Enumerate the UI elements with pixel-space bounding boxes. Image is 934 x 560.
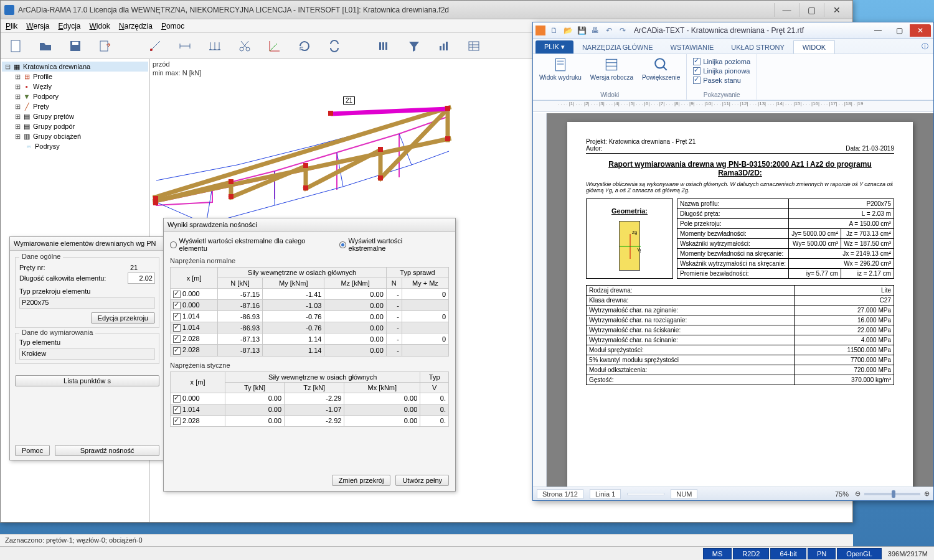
tab-layout[interactable]: UKŁAD STRONY (722, 41, 793, 54)
status-blank1 (627, 493, 664, 495)
tool-table-icon[interactable] (465, 37, 483, 55)
view-label: przód (153, 60, 170, 68)
text-editor-window[interactable]: 🗋 📂 💾 🖶 ↶ ↷ ArCADia-TEXT - Kratownica dr… (532, 22, 934, 501)
dlg1-group1-title: Dane ogólne (19, 253, 63, 260)
tool-new-icon[interactable] (7, 37, 24, 55)
menu-wersja[interactable]: Wersja (26, 22, 49, 30)
sgroup-icon: ▤ (22, 122, 31, 131)
tool-open-icon[interactable] (37, 37, 54, 55)
create-full-button[interactable]: Utwórz pełny (395, 475, 449, 486)
table-row[interactable]: 2.028-87.131.140.00-0 (171, 334, 449, 345)
menu-pomoc[interactable]: Pomoc (161, 22, 184, 30)
check-capacity-button[interactable]: Sprawdź nośność (55, 445, 159, 456)
tool-save-icon[interactable] (67, 37, 84, 55)
dlg2-title[interactable]: Wyniki sprawdzenia nośności (164, 218, 455, 232)
qat-undo-icon[interactable]: ↶ (604, 26, 614, 35)
table-row[interactable]: 1.0140.00-1.070.000. (171, 404, 449, 415)
results-dialog[interactable]: Wyniki sprawdzenia nośności Wyświetl war… (163, 218, 456, 492)
text-maximize-button[interactable]: ▢ (889, 24, 910, 37)
tree-grupy-podpor[interactable]: ⊞▤Grupy podpór (2, 121, 148, 131)
qat-save-icon[interactable]: 💾 (577, 26, 587, 35)
menu-edycja[interactable]: Edycja (58, 22, 80, 30)
input-dlugosc[interactable] (128, 273, 155, 284)
table-row[interactable]: 2.0280.00-2.920.000. (171, 415, 449, 426)
tree-wezly[interactable]: ⊞▪Węzły (2, 82, 148, 91)
draft-view-button[interactable]: Wersja robocza (590, 57, 633, 81)
profile-icon: ⊞ (22, 72, 31, 81)
dimensioning-dialog[interactable]: Wymiarowanie elementów drewnianych wg PN… (9, 236, 165, 460)
table-row[interactable]: 0.000-67.15-1.410.00-0 (171, 289, 449, 300)
chip-r2d2[interactable]: R2D2 (733, 548, 769, 559)
tool-load-icon[interactable] (206, 37, 224, 55)
tab-file[interactable]: PLIK ▾ (535, 40, 573, 54)
print-view-button[interactable]: Widok wydruku (539, 57, 582, 81)
minimize-button[interactable]: — (774, 3, 799, 17)
tree-podpory[interactable]: ⊞▼Podpory (2, 91, 148, 101)
status-line[interactable]: Linia 1 (590, 489, 621, 499)
svg-rect-14 (153, 196, 158, 201)
text-titlebar[interactable]: 🗋 📂 💾 🖶 ↶ ↷ ArCADia-TEXT - Kratownica dr… (533, 22, 933, 39)
tree-root[interactable]: ⊟▦Kratownica drewniana (2, 62, 148, 72)
help-icon[interactable]: ⓘ (917, 39, 933, 54)
chip-pn[interactable]: PN (808, 548, 836, 559)
tree-grupy-obciazen[interactable]: ⊞▥Grupy obciążeń (2, 131, 148, 141)
tab-view[interactable]: WIDOK (793, 40, 835, 54)
help-button[interactable]: Pomoc (15, 445, 50, 456)
qat-new-icon[interactable]: 🗋 (549, 26, 559, 35)
tab-insert[interactable]: WSTAWIANIE (662, 41, 723, 54)
tool-results-icon[interactable] (375, 37, 393, 55)
svg-rect-17 (229, 194, 234, 199)
tool-sync-icon[interactable] (326, 37, 343, 55)
qat-redo-icon[interactable]: ↷ (618, 26, 628, 35)
svg-text:Yg: Yg (637, 248, 641, 253)
menu-plik[interactable]: Plik (6, 22, 17, 30)
qat-print-icon[interactable]: 🖶 (590, 26, 600, 35)
table-row[interactable]: 1.014-86.93-0.760.00-0 (171, 311, 449, 322)
chip-opengl[interactable]: OpenGL (837, 548, 882, 559)
menu-narzedzia[interactable]: Narzędzia (119, 22, 153, 30)
chip-ms[interactable]: MS (703, 548, 732, 559)
chk-ruler-h[interactable]: Linijka pozioma (693, 58, 750, 65)
tree-prety[interactable]: ⊞╱Pręty (2, 101, 148, 111)
status-page[interactable]: Strona 1/12 (537, 489, 583, 499)
tree-profile[interactable]: ⊞⊞Profile (2, 72, 148, 82)
main-titlebar[interactable]: ArCADia-RAMA 17.0 Licencja dla WEWNĘTRZN… (1, 1, 852, 19)
maximize-button[interactable]: ▢ (799, 3, 824, 17)
svg-rect-13 (469, 42, 479, 50)
tool-chart-icon[interactable] (435, 37, 453, 55)
chip-64bit[interactable]: 64-bit (770, 548, 806, 559)
document-scroll[interactable]: Projekt: Kratownica drewniana - Pręt 21 … (547, 113, 933, 487)
change-profile-button[interactable]: Zmień przekrój (332, 475, 391, 486)
zoom-button[interactable]: Powiększenie (642, 57, 680, 81)
section-normal: Naprężenia normalne (170, 257, 449, 264)
tree-grupy-pretow[interactable]: ⊞▤Grupy prętów (2, 111, 148, 121)
radio-whole-element[interactable]: Wyświetl wartości ekstremalne dla całego… (170, 237, 327, 252)
text-close-button[interactable]: ✕ (910, 24, 931, 37)
radio-extreme[interactable]: Wyświetl wartości ekstremalne (339, 237, 436, 252)
close-button[interactable]: ✕ (824, 3, 849, 17)
dlg1-title[interactable]: Wymiarowanie elementów drewnianych wg PN (10, 237, 164, 251)
table-row[interactable]: 1.014-86.93-0.760.00- (171, 322, 449, 334)
vertical-ruler[interactable] (533, 113, 547, 487)
tab-tools[interactable]: NARZĘDZIA GŁÓWNE (573, 41, 662, 54)
tool-node-icon[interactable] (146, 37, 164, 55)
menu-widok[interactable]: Widok (90, 22, 110, 30)
chk-ruler-v[interactable]: Linijka pionowa (693, 67, 750, 75)
edit-profile-button[interactable]: Edycja przekroju (91, 312, 155, 324)
table-row[interactable]: 2.028-87.131.140.00- (171, 345, 449, 356)
tree-podrysy[interactable]: ⎓Podrysy (2, 141, 148, 151)
zoom-slider[interactable]: ⊖⊕ (855, 490, 930, 498)
horizontal-ruler[interactable]: . . . . |1| . . . |2| . . . |3| . . . |4… (533, 101, 933, 112)
tool-axes-icon[interactable] (266, 37, 283, 55)
chk-statusbar[interactable]: Pasek stanu (693, 77, 750, 84)
qat-open-icon[interactable]: 📂 (563, 26, 573, 35)
table-row[interactable]: 0.000-87.16-1.030.00- (171, 300, 449, 311)
tool-filter-icon[interactable] (405, 37, 423, 55)
points-list-button[interactable]: Lista punktów s (15, 375, 159, 386)
tool-export-icon[interactable] (97, 37, 114, 55)
tool-refresh-icon[interactable] (296, 37, 313, 55)
tool-cut-icon[interactable] (236, 37, 253, 55)
tool-dim-icon[interactable] (176, 37, 194, 55)
text-minimize-button[interactable]: — (867, 24, 889, 37)
table-row[interactable]: 0.0000.00-2.290.000. (171, 393, 449, 404)
